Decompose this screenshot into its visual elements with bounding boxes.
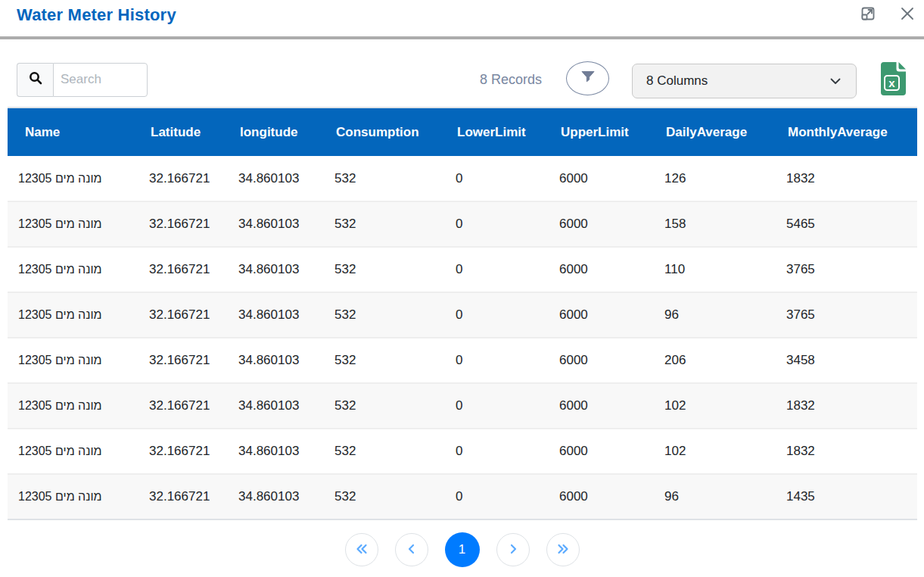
close-icon xyxy=(899,5,916,24)
cell-daily-average: 96 xyxy=(654,474,776,519)
table-row-2: מונה מים 1230532.16672134.86010353206000… xyxy=(8,201,917,247)
filter-button[interactable] xyxy=(566,61,609,95)
cell-lower-limit: 0 xyxy=(445,201,549,247)
column-header-lower-limit[interactable]: LowerLimit xyxy=(445,108,549,156)
cell-latitude: 32.166721 xyxy=(138,429,228,474)
table-row-5: מונה מים 1230532.16672134.86010353206000… xyxy=(8,338,917,383)
previous-page-button[interactable] xyxy=(395,533,428,566)
table-body: מונה מים 1230532.16672134.86010353206000… xyxy=(8,156,917,519)
columns-dropdown[interactable]: 8 Columns xyxy=(632,64,857,98)
table-head: NameLatitudelongitudeConsumptionLowerLim… xyxy=(8,108,917,156)
table-row-3: מונה מים 1230532.16672134.86010353206000… xyxy=(8,247,917,292)
cell-daily-average: 102 xyxy=(654,383,776,429)
table-row-7: מונה מים 1230532.16672134.86010353206000… xyxy=(8,429,917,474)
window-controls xyxy=(859,6,916,24)
cell-daily-average: 158 xyxy=(654,201,776,247)
column-header-upper-limit[interactable]: UpperLimit xyxy=(549,108,654,156)
cell-lower-limit: 0 xyxy=(445,292,549,338)
cell-daily-average: 96 xyxy=(654,292,776,338)
cell-upper-limit: 6000 xyxy=(549,383,654,429)
cell-consumption: 532 xyxy=(324,474,445,519)
column-header-consumption[interactable]: Consumption xyxy=(324,108,445,156)
cell-latitude: 32.166721 xyxy=(138,474,228,519)
excel-file-icon: x xyxy=(879,61,907,98)
cell-longitude: 34.860103 xyxy=(228,474,324,519)
double-chevron-right-icon xyxy=(555,543,571,557)
cell-latitude: 32.166721 xyxy=(138,383,228,429)
cell-name: מונה מים 12305 xyxy=(8,201,138,247)
cell-latitude: 32.166721 xyxy=(138,338,228,383)
cell-consumption: 532 xyxy=(324,429,445,474)
cell-daily-average: 102 xyxy=(654,429,776,474)
chevron-right-icon xyxy=(507,543,519,557)
cell-lower-limit: 0 xyxy=(445,429,549,474)
cell-latitude: 32.166721 xyxy=(138,292,228,338)
cell-consumption: 532 xyxy=(324,247,445,292)
last-page-button[interactable] xyxy=(546,533,580,566)
cell-name: מונה מים 12305 xyxy=(8,474,138,519)
cell-monthly-average: 1832 xyxy=(776,429,917,474)
records-count: 8 Records xyxy=(480,72,542,88)
column-header-monthly-average[interactable]: MonthlyAverage xyxy=(776,108,917,156)
close-button[interactable] xyxy=(898,6,916,24)
cell-consumption: 532 xyxy=(324,292,445,338)
cell-monthly-average: 3458 xyxy=(776,338,917,383)
expand-button[interactable] xyxy=(859,6,877,24)
table-row-4: מונה מים 1230532.16672134.86010353206000… xyxy=(8,292,917,338)
cell-daily-average: 110 xyxy=(654,247,776,292)
column-header-name[interactable]: Name xyxy=(8,108,138,156)
cell-consumption: 532 xyxy=(324,383,445,429)
cell-name: מונה מים 12305 xyxy=(8,292,138,338)
cell-longitude: 34.860103 xyxy=(228,156,324,201)
table-row-8: מונה מים 1230532.16672134.86010353206000… xyxy=(8,474,917,519)
column-header-daily-average[interactable]: DailyAverage xyxy=(654,108,776,156)
cell-lower-limit: 0 xyxy=(445,156,549,201)
cell-upper-limit: 6000 xyxy=(549,247,654,292)
cell-longitude: 34.860103 xyxy=(228,338,324,383)
cell-lower-limit: 0 xyxy=(445,383,549,429)
first-page-button[interactable] xyxy=(345,533,378,566)
page-1-button[interactable]: 1 xyxy=(445,532,480,567)
dialog-title: Water Meter History xyxy=(17,5,176,25)
water-meter-table: NameLatitudelongitudeConsumptionLowerLim… xyxy=(8,107,917,520)
cell-monthly-average: 1832 xyxy=(776,156,917,201)
cell-name: מונה מים 12305 xyxy=(8,383,138,429)
cell-consumption: 532 xyxy=(324,201,445,247)
cell-longitude: 34.860103 xyxy=(228,383,324,429)
column-header-longitude[interactable]: longitude xyxy=(228,108,324,156)
export-excel-button[interactable]: x xyxy=(879,62,907,97)
cell-longitude: 34.860103 xyxy=(228,201,324,247)
cell-name: מונה מים 12305 xyxy=(8,338,138,383)
cell-consumption: 532 xyxy=(324,338,445,383)
pagination: 1 xyxy=(0,532,924,567)
table-row-1: מונה מים 1230532.16672134.86010353206000… xyxy=(8,156,917,201)
cell-lower-limit: 0 xyxy=(445,474,549,519)
cell-longitude: 34.860103 xyxy=(228,429,324,474)
cell-upper-limit: 6000 xyxy=(549,338,654,383)
cell-upper-limit: 6000 xyxy=(549,156,654,201)
cell-name: מונה מים 12305 xyxy=(8,156,138,201)
column-header-latitude[interactable]: Latitude xyxy=(138,108,228,156)
toolbar: 8 Records 8 Columns x xyxy=(17,62,907,97)
table-header-row: NameLatitudelongitudeConsumptionLowerLim… xyxy=(8,108,917,156)
expand-icon xyxy=(860,5,876,24)
search-icon xyxy=(28,70,43,89)
cell-monthly-average: 3765 xyxy=(776,292,917,338)
cell-monthly-average: 3765 xyxy=(776,247,917,292)
search-input[interactable] xyxy=(53,63,148,97)
columns-dropdown-value: 8 Columns xyxy=(646,73,708,89)
cell-name: מונה מים 12305 xyxy=(8,429,138,474)
cell-daily-average: 206 xyxy=(654,338,776,383)
cell-upper-limit: 6000 xyxy=(549,474,654,519)
chevron-left-icon xyxy=(406,543,418,557)
cell-longitude: 34.860103 xyxy=(228,292,324,338)
cell-daily-average: 126 xyxy=(654,156,776,201)
next-page-button[interactable] xyxy=(496,533,530,566)
cell-monthly-average: 1832 xyxy=(776,383,917,429)
cell-upper-limit: 6000 xyxy=(549,292,654,338)
filter-icon xyxy=(581,71,595,85)
cell-latitude: 32.166721 xyxy=(138,201,228,247)
cell-upper-limit: 6000 xyxy=(549,201,654,247)
cell-lower-limit: 0 xyxy=(445,338,549,383)
cell-monthly-average: 1435 xyxy=(776,474,917,519)
